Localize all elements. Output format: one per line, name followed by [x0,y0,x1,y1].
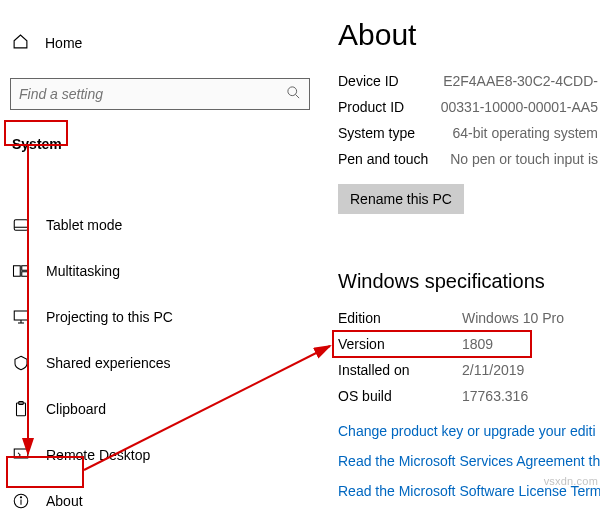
sidebar-item-shared-experiences[interactable]: Shared experiences [0,340,320,386]
sidebar-item-multitasking[interactable]: Multitasking [0,248,320,294]
sidebar-item-label: Multitasking [46,263,120,279]
link-change-product-key[interactable]: Change product key or upgrade your editi [338,423,598,439]
row-device-id: Device ID E2F4AAE8-30C2-4CDD- [338,68,598,94]
svg-rect-5 [22,266,29,271]
rename-pc-button[interactable]: Rename this PC [338,184,464,214]
svg-rect-4 [14,266,21,277]
nav-home-label: Home [45,35,82,51]
row-pen-touch: Pen and touch No pen or touch input is [338,146,598,172]
home-icon [12,33,29,53]
search-icon [286,85,301,103]
sidebar-item-tablet-mode[interactable]: Tablet mode [0,202,320,248]
search-field[interactable] [19,86,286,102]
sidebar-item-clipboard[interactable]: Clipboard [0,386,320,432]
sidebar-item-label: Projecting to this PC [46,309,173,325]
system-type-value: 64-bit operating system [452,125,598,141]
svg-point-15 [20,497,21,498]
svg-rect-7 [14,311,28,320]
svg-point-0 [288,87,297,96]
device-id-value: E2F4AAE8-30C2-4CDD- [443,73,598,89]
sidebar-item-label: Shared experiences [46,355,171,371]
search-input[interactable] [10,78,310,110]
sidebar-item-projecting[interactable]: Projecting to this PC [0,294,320,340]
svg-rect-2 [14,220,28,231]
pen-touch-value: No pen or touch input is [450,151,598,167]
sidebar-section-system: System [0,130,74,158]
projecting-icon [12,308,30,326]
edition-value: Windows 10 Pro [462,310,564,326]
installed-on-label: Installed on [338,362,462,378]
product-id-value: 00331-10000-00001-AA5 [441,99,598,115]
sidebar-nav-list: Tablet mode Multitasking Projecting to t… [0,202,320,523]
nav-home[interactable]: Home [0,26,320,60]
os-build-label: OS build [338,388,462,404]
os-build-value: 17763.316 [462,388,528,404]
row-product-id: Product ID 00331-10000-00001-AA5 [338,94,598,120]
sidebar: Home System Tablet mode Multitasking Pro… [0,0,320,523]
row-os-build: OS build 17763.316 [338,383,598,409]
svg-rect-6 [22,272,29,277]
sidebar-item-label: About [46,493,83,509]
row-system-type: System type 64-bit operating system [338,120,598,146]
sidebar-item-label: Tablet mode [46,217,122,233]
remote-desktop-icon [12,446,30,464]
sidebar-item-about[interactable]: About [0,478,320,523]
version-value: 1809 [462,336,493,352]
multitasking-icon [12,262,30,280]
page-title: About [338,18,598,52]
installed-on-value: 2/11/2019 [462,362,524,378]
version-label: Version [338,336,462,352]
sidebar-item-label: Clipboard [46,401,106,417]
svg-line-1 [295,94,299,98]
row-edition: Edition Windows 10 Pro [338,305,598,331]
tablet-icon [12,216,30,234]
sidebar-item-label: Remote Desktop [46,447,150,463]
svg-rect-12 [14,449,28,458]
clipboard-icon [12,400,30,418]
shared-experiences-icon [12,354,30,372]
product-id-label: Product ID [338,99,441,115]
sidebar-item-remote-desktop[interactable]: Remote Desktop [0,432,320,478]
pen-touch-label: Pen and touch [338,151,450,167]
watermark: vsxdn.com [544,475,598,487]
windows-specs-heading: Windows specifications [338,270,598,293]
info-icon [12,492,30,510]
device-id-label: Device ID [338,73,443,89]
content-pane: About Device ID E2F4AAE8-30C2-4CDD- Prod… [338,0,598,523]
row-version: Version 1809 [338,331,598,357]
edition-label: Edition [338,310,462,326]
row-installed-on: Installed on 2/11/2019 [338,357,598,383]
link-services-agreement[interactable]: Read the Microsoft Services Agreement th… [338,453,598,469]
system-type-label: System type [338,125,452,141]
